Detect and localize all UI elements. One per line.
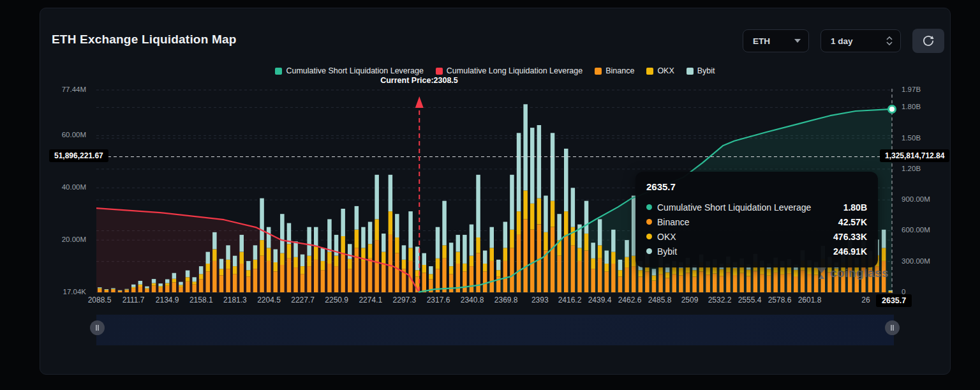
tooltip-series-name: Binance xyxy=(657,217,833,227)
x-axis-tick: 2601.8 xyxy=(789,296,830,304)
tooltip-row: OKX476.33K xyxy=(646,229,867,244)
watermark-text: coinglass xyxy=(830,266,889,280)
slider-handle-left[interactable] xyxy=(90,320,105,335)
y-axis-tick-right: 1.50B xyxy=(902,134,921,142)
tooltip-series-value: 476.33K xyxy=(833,232,867,242)
series-dot-icon xyxy=(646,219,652,225)
series-dot-icon xyxy=(646,234,652,239)
coinglass-watermark: coinglass xyxy=(816,266,889,280)
crosshair-x-value-box: 2635.7 xyxy=(876,294,912,307)
tooltip-row: Binance42.57K xyxy=(646,214,867,229)
y-axis-tick-left: 77.44M xyxy=(40,86,86,93)
y-axis-tick-left: 20.00M xyxy=(40,236,86,243)
tooltip-series-value: 42.57K xyxy=(838,217,867,227)
chart-tooltip: 2635.7 Cumulative Short Liquidation Leve… xyxy=(635,172,878,267)
crosshair-left-value-box: 51,896,221.67 xyxy=(49,149,108,162)
tooltip-row: Cumulative Short Liquidation Leverage1.8… xyxy=(646,200,867,214)
y-axis-tick-right: 1.97B xyxy=(902,86,921,93)
y-axis-tick-left: 40.00M xyxy=(40,183,86,191)
tooltip-series-name: Bybit xyxy=(657,246,828,257)
y-axis-tick-right: 1.20B xyxy=(902,165,921,172)
short-line-endpoint-dot xyxy=(889,105,896,112)
current-price-arrowhead xyxy=(415,96,424,108)
zoom-range-slider[interactable] xyxy=(96,315,894,345)
y-axis-tick-left: 17.04K xyxy=(40,288,86,296)
y-axis-tick-left: 60.00M xyxy=(40,131,86,139)
tooltip-title: 2635.7 xyxy=(646,181,867,192)
series-dot-icon xyxy=(646,248,652,254)
tooltip-row: Bybit246.91K xyxy=(646,244,867,259)
tooltip-series-value: 246.91K xyxy=(833,246,867,257)
coinglass-logo-icon xyxy=(816,267,827,280)
tooltip-series-value: 1.80B xyxy=(843,202,867,213)
grip-icon xyxy=(891,325,894,331)
grip-icon xyxy=(96,325,99,331)
tooltip-series-name: Cumulative Short Liquidation Leverage xyxy=(657,202,838,213)
liquidation-map-card: ETH Exchange Liquidation Map ETH 1 day C… xyxy=(40,8,951,375)
slider-handle-right[interactable] xyxy=(885,320,900,335)
y-axis-tick-right: 300.00M xyxy=(902,257,930,265)
series-dot-icon xyxy=(646,204,652,210)
tooltip-series-name: OKX xyxy=(657,232,828,242)
tooltip-rows: Cumulative Short Liquidation Leverage1.8… xyxy=(646,200,867,259)
y-axis-tick-right: 600.00M xyxy=(902,226,930,234)
crosshair-right-value-box: 1,325,814,712.84 xyxy=(880,149,949,162)
y-axis-tick-right: 900.00M xyxy=(902,195,930,203)
y-axis-tick-right: 1.80B xyxy=(902,103,921,110)
